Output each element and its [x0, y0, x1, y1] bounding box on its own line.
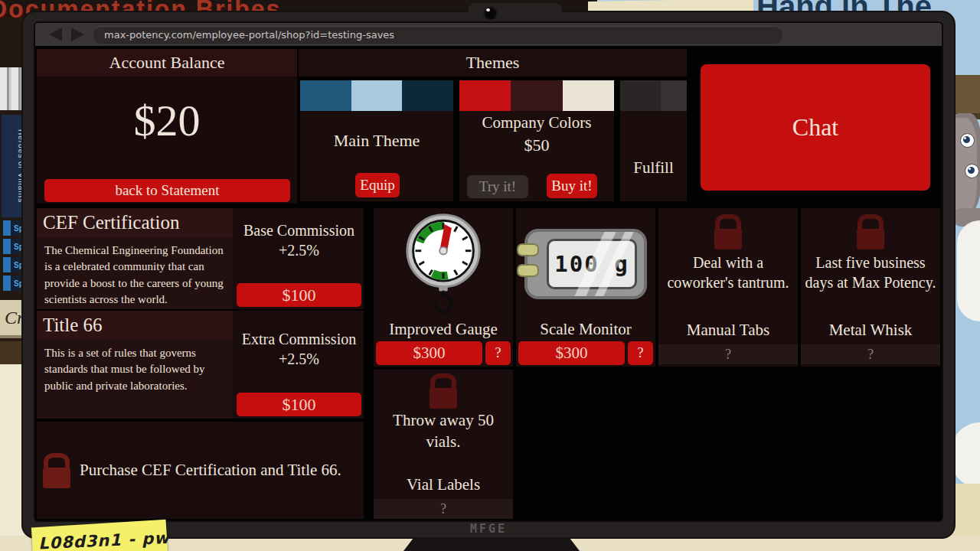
gauge-icon: [374, 208, 513, 320]
critter-chest: [957, 220, 980, 321]
account-balance-card: Account Balance $20 back to Statement: [37, 49, 297, 204]
company-colors-label: Company Colors: [459, 113, 614, 132]
theme-swatch: [459, 80, 511, 111]
manual-tabs-name: Manual Tabs: [658, 321, 798, 340]
forward-arrow-icon[interactable]: [71, 28, 84, 41]
monitor-stand: [403, 537, 580, 551]
account-balance-value: $20: [37, 95, 297, 146]
webcam-icon: [483, 6, 498, 21]
theme-swatch: [300, 80, 351, 111]
company-colors-price: $50: [459, 135, 614, 155]
title66-bonus-name: Extra Commission: [234, 331, 364, 348]
scale-monitor-card: 100 g Scale Monitor $300 ?: [516, 208, 655, 367]
cef-certification-card: CEF Certification The Chemical Engineeri…: [37, 208, 364, 309]
manual-tabs-locked-price: ?: [658, 344, 798, 364]
buy-improved-gauge-button[interactable]: $300: [376, 341, 482, 365]
title66-title: Title 66: [37, 311, 233, 340]
browser-chrome: max-potency.com/employee-portal/shop?id=…: [35, 23, 942, 46]
lock-icon: [714, 214, 742, 249]
main-theme-label: Main Theme: [300, 131, 453, 151]
theme-swatch: [620, 80, 661, 111]
company-colors-swatches: [459, 80, 614, 111]
theme-swatch: [661, 80, 687, 111]
critter-eye: [965, 164, 979, 178]
equip-theme-button[interactable]: Equip: [355, 173, 400, 197]
scale-display: 100 g: [547, 239, 637, 289]
buy-cef-button[interactable]: $100: [237, 283, 361, 307]
improved-gauge-card: Improved Gauge $300 ?: [374, 208, 513, 367]
theme-swatch: [402, 80, 453, 111]
main-theme-card: Main Theme Equip: [300, 80, 453, 201]
try-theme-button[interactable]: Try it!: [467, 175, 528, 198]
back-to-statement-button[interactable]: back to Statement: [44, 179, 290, 202]
sticky-note-text: L08d3n1 - pw: [38, 529, 170, 551]
title66-bonus-value: +2.5%: [234, 350, 364, 368]
company-colors-card: Company Colors $50 Try it! Buy it!: [459, 80, 614, 201]
cef-bonus-value: +2.5%: [234, 242, 364, 259]
improved-gauge-help-button[interactable]: ?: [485, 341, 511, 365]
fulfill-theme-label: Fulfill: [620, 158, 687, 178]
metal-whisk-card: Last five business days at Max Potency. …: [801, 208, 940, 367]
locked-combo-banner: Purchase CEF Certification and Title 66.: [37, 422, 364, 519]
manual-tabs-requirement: Deal with a coworker's tantrum.: [658, 253, 798, 293]
shop-page: Account Balance $20 back to Statement Th…: [35, 46, 942, 520]
url-bar[interactable]: max-potency.com/employee-portal/shop?id=…: [93, 26, 782, 44]
buy-scale-monitor-button[interactable]: $300: [518, 341, 625, 365]
vial-labels-card: Throw away 50 vials. Vial Labels ?: [374, 370, 513, 519]
vial-labels-locked-price: ?: [374, 499, 513, 519]
themes-header: Themes: [299, 49, 687, 77]
back-arrow-icon[interactable]: [49, 28, 62, 41]
lock-icon: [857, 214, 884, 249]
account-balance-header: Account Balance: [37, 49, 297, 77]
chat-button[interactable]: Chat: [701, 64, 930, 191]
scale-monitor-name: Scale Monitor: [516, 320, 655, 339]
scale-button: [517, 243, 539, 256]
improved-gauge-name: Improved Gauge: [374, 320, 513, 339]
buy-title66-button[interactable]: $100: [237, 393, 361, 416]
buy-theme-button[interactable]: Buy it!: [547, 174, 597, 198]
cef-title: CEF Certification: [37, 208, 233, 237]
main-theme-swatches: [300, 80, 453, 111]
title-66-card: Title 66 This is a set of rules that gov…: [37, 311, 364, 419]
metal-whisk-locked-price: ?: [801, 344, 940, 364]
theme-swatch: [563, 80, 614, 111]
lock-icon: [430, 373, 457, 409]
lock-icon: [43, 453, 70, 488]
fulfill-theme-card: Fulfill: [620, 80, 687, 201]
title66-description: This is a set of rules that governs stan…: [37, 340, 233, 394]
cef-description: The Chemical Engineering Foundation is a…: [37, 237, 233, 308]
monitor: MFGE max-potency.com/employee-portal/sho…: [23, 12, 954, 537]
snow-blob: [951, 422, 980, 488]
manual-tabs-card: Deal with a coworker's tantrum. Manual T…: [658, 208, 798, 367]
vial-labels-requirement: Throw away 50 vials.: [374, 410, 513, 452]
scale-monitor-icon: 100 g: [516, 208, 655, 320]
fulfill-swatches: [620, 80, 687, 111]
locked-combo-text: Purchase CEF Certification and Title 66.: [80, 461, 341, 480]
metal-whisk-name: Metal Whisk: [801, 321, 940, 340]
critter-eye: [960, 133, 975, 148]
scale-monitor-help-button[interactable]: ?: [628, 341, 653, 365]
screen: max-potency.com/employee-portal/shop?id=…: [34, 21, 943, 522]
theme-swatch: [511, 80, 562, 111]
game-scene: Heroes or Villains Spid Spid Spid Spid C…: [0, 0, 980, 551]
scale-button: [517, 264, 539, 277]
metal-whisk-requirement: Last five business days at Max Potency.: [801, 253, 940, 293]
theme-swatch: [351, 80, 403, 111]
cef-bonus-name: Base Commission: [234, 222, 364, 240]
nav-arrows: [49, 28, 84, 41]
vial-labels-name: Vial Labels: [374, 475, 513, 494]
